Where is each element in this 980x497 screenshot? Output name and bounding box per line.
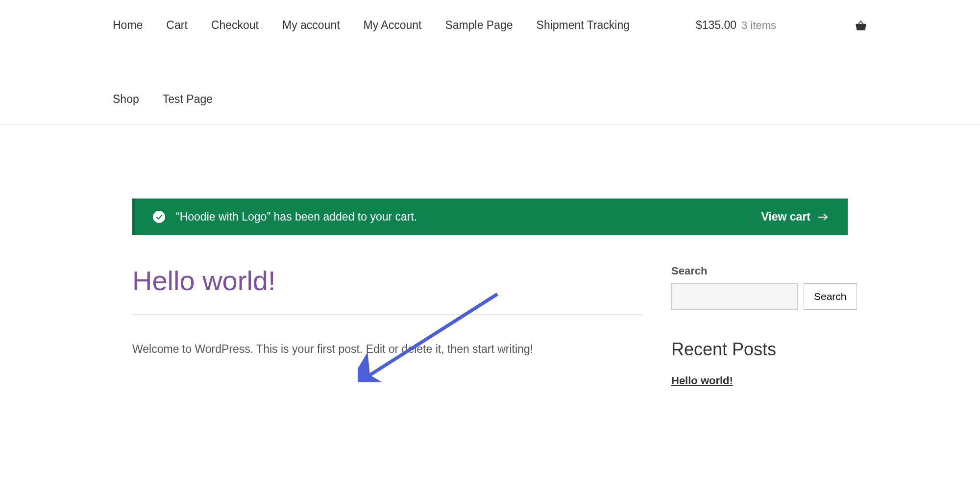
post-title[interactable]: Hello world! [132,265,642,315]
recent-post-link[interactable]: Hello world! [671,374,733,387]
primary-nav: Home Cart Checkout My account My Account… [113,0,652,124]
nav-cart[interactable]: Cart [166,0,187,50]
post-body: Welcome to WordPress. This is your first… [132,340,642,358]
cart-summary: $135.00 3 items [696,19,776,32]
check-circle-icon [153,211,165,223]
view-cart-label: View cart [761,210,810,224]
basket-icon [855,19,867,32]
search-widget: Search Search [671,265,848,310]
woocommerce-message: “Hoodie with Logo” has been added to you… [132,199,848,235]
recent-posts-widget: Recent Posts Hello world! [671,339,848,387]
nav-my-account-upper[interactable]: My Account [364,0,422,50]
site-header: Home Cart Checkout My account My Account… [0,0,980,125]
arrow-right-icon [817,214,828,221]
view-cart-button[interactable]: View cart [750,210,828,224]
nav-sample-page[interactable]: Sample Page [445,0,513,50]
search-button[interactable]: Search [804,283,857,310]
nav-test-page[interactable]: Test Page [163,74,213,124]
nav-checkout[interactable]: Checkout [211,0,259,50]
cart-total: $135.00 [696,19,736,32]
search-label: Search [671,265,848,277]
recent-posts-heading: Recent Posts [671,339,848,360]
nav-my-account-lower[interactable]: My account [282,0,340,50]
cart-item-count: 3 items [741,19,776,32]
nav-shop[interactable]: Shop [113,74,139,124]
search-input[interactable] [671,283,798,310]
nav-home[interactable]: Home [113,0,143,50]
notice-message: “Hoodie with Logo” has been added to you… [176,210,417,224]
post: Hello world! Welcome to WordPress. This … [132,265,642,387]
nav-shipment-tracking[interactable]: Shipment Tracking [537,0,630,50]
cart-widget[interactable]: $135.00 3 items [696,0,867,50]
sidebar: Search Search Recent Posts Hello world! [671,265,848,387]
